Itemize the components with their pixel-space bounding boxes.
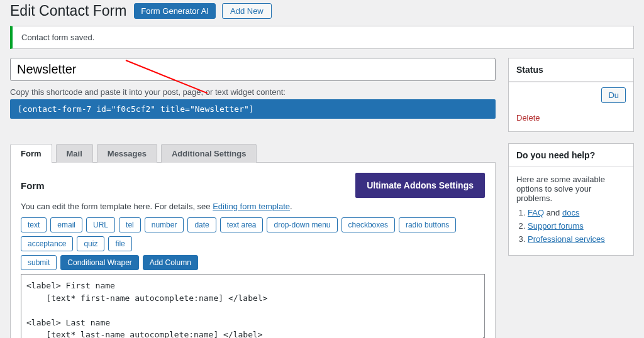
- tab-mail[interactable]: Mail: [56, 144, 93, 163]
- tag-date[interactable]: date: [187, 217, 216, 232]
- tag-url[interactable]: URL: [86, 217, 115, 232]
- shortcode-box[interactable]: [contact-form-7 id="f0c5cf2" title="News…: [10, 99, 496, 119]
- form-panel: Form Ultimate Addons Settings You can ed…: [10, 162, 496, 338]
- status-box: Status Du Delete: [508, 58, 634, 132]
- tag-text[interactable]: text: [21, 217, 47, 232]
- tab-additional-settings[interactable]: Additional Settings: [161, 144, 257, 163]
- status-box-title: Status: [509, 58, 633, 82]
- tag-number[interactable]: number: [145, 217, 184, 232]
- tab-messages[interactable]: Messages: [97, 144, 157, 163]
- form-title-input[interactable]: [10, 58, 496, 81]
- form-generator-ai-button[interactable]: Form Generator AI: [134, 3, 216, 19]
- tag-text-area[interactable]: text area: [220, 217, 264, 232]
- help-link-support-forums[interactable]: Support forums: [528, 221, 584, 231]
- help-box-title: Do you need help?: [509, 144, 633, 167]
- shortcode-hint: Copy this shortcode and paste it into yo…: [10, 87, 496, 97]
- tag-email[interactable]: email: [50, 217, 82, 232]
- help-item: Support forums: [528, 221, 626, 231]
- tag-conditional-wraper[interactable]: Conditional Wraper: [60, 255, 139, 270]
- editing-form-template-link[interactable]: Editing form template: [213, 202, 290, 211]
- tag-file[interactable]: file: [108, 236, 131, 251]
- tag-quiz[interactable]: quiz: [77, 236, 104, 251]
- help-link-professional-services[interactable]: Professional services: [528, 234, 605, 244]
- tag-checkboxes[interactable]: checkboxes: [341, 217, 395, 232]
- success-notice: Contact form saved.: [10, 26, 634, 49]
- help-item: Professional services: [528, 234, 626, 244]
- tag-tel[interactable]: tel: [119, 217, 141, 232]
- page-title: Edit Contact Form: [10, 3, 126, 19]
- tabs: FormMailMessagesAdditional Settings: [10, 144, 496, 163]
- tag-add-column[interactable]: Add Column: [143, 255, 198, 270]
- help-list: FAQ and docsSupport forumsProfessional s…: [516, 208, 626, 244]
- add-new-button[interactable]: Add New: [222, 3, 272, 19]
- tag-row: textemailURLtelnumberdatetext areadrop-d…: [21, 217, 485, 251]
- form-template-textarea[interactable]: [21, 274, 485, 338]
- tab-form[interactable]: Form: [10, 144, 52, 163]
- tag-radio-buttons[interactable]: radio buttons: [399, 217, 456, 232]
- duplicate-button[interactable]: Du: [601, 87, 626, 103]
- ultimate-addons-settings-button[interactable]: Ultimate Addons Settings: [355, 173, 485, 198]
- help-box: Do you need help? Here are some availabl…: [508, 143, 634, 256]
- tag-drop-down-menu[interactable]: drop-down menu: [267, 217, 337, 232]
- delete-link[interactable]: Delete: [509, 108, 633, 131]
- help-intro: Here are some available options to solve…: [516, 175, 626, 203]
- panel-description: You can edit the form template here. For…: [21, 202, 485, 211]
- tag-acceptance[interactable]: acceptance: [21, 236, 73, 251]
- help-link-faq[interactable]: FAQ: [528, 208, 544, 217]
- tag-row: submitConditional WraperAdd Column: [21, 255, 485, 270]
- help-link-docs[interactable]: docs: [562, 208, 579, 217]
- help-item: FAQ and docs: [528, 208, 626, 217]
- tag-submit[interactable]: submit: [21, 255, 57, 270]
- panel-title: Form: [21, 180, 45, 191]
